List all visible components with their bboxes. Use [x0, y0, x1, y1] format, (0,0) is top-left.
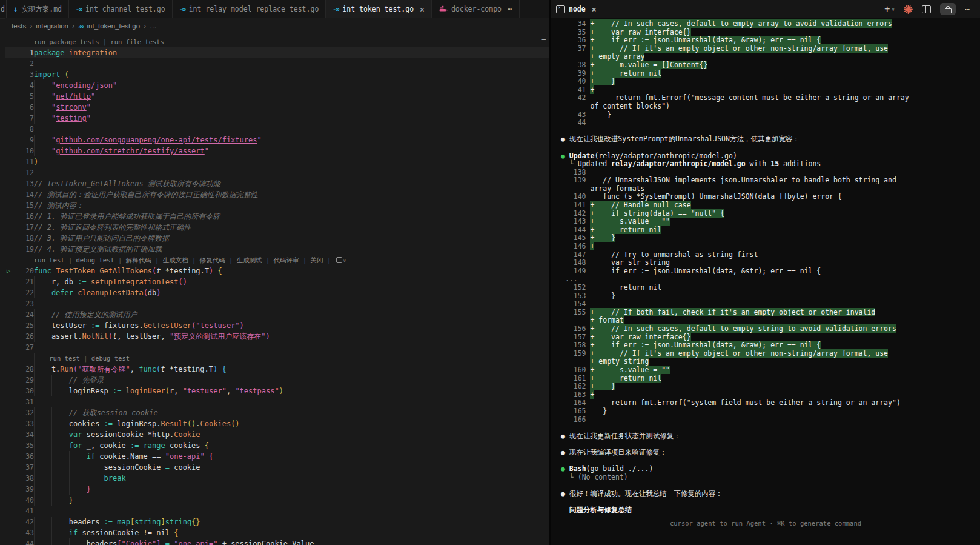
tab-terminal-node[interactable]: node × — [549, 0, 603, 18]
tab-int-channel-test[interactable]: -∞ int_channel_test.go — [69, 0, 173, 18]
codelens-action[interactable]: 代码评审 — [274, 256, 299, 264]
tab-docker-compose[interactable]: docker-compo ⋯ — [432, 0, 520, 18]
close-terminal-icon[interactable]: × — [592, 5, 597, 14]
codelens-row[interactable]: run package tests | run file tests — [5, 36, 549, 47]
code-line[interactable]: 22 defer cleanupTestData(db) — [5, 287, 549, 298]
run-test-icon[interactable]: ▷ — [7, 266, 10, 276]
gutter: 3 — [5, 69, 34, 80]
tab-overflow-sliver[interactable]: d — [0, 0, 7, 18]
tab-label: node — [569, 5, 586, 13]
code-line[interactable]: 23 — [5, 298, 549, 309]
code-line[interactable]: 44 headers["Cookie"] = "one-api=" + sess… — [5, 538, 549, 545]
terminal-line: 157 + var raw interface{} — [561, 333, 980, 342]
code-line[interactable]: 2 — [5, 58, 549, 69]
code-line[interactable]: 38 break — [5, 473, 549, 484]
close-tab-icon[interactable]: × — [420, 5, 425, 14]
line-number: 36 — [13, 451, 34, 462]
terminal-line: 35 + var raw interface{} — [561, 28, 980, 37]
codelens-action[interactable]: run test — [49, 355, 80, 362]
code-line[interactable]: 40 } — [5, 495, 549, 506]
code-line[interactable]: 11) — [5, 156, 549, 167]
code-line[interactable]: 25 testUser := fixtures.GetTestUser("tes… — [5, 320, 549, 331]
code-line[interactable]: 17// 2. 验证返回令牌列表的完整性和格式正确性 — [5, 222, 549, 233]
code-line[interactable]: 4 "encoding/json" — [5, 80, 549, 91]
codelens-row[interactable]: run test | debug test — [5, 353, 549, 364]
breadcrumb-item-integration[interactable]: integration — [36, 22, 68, 30]
terminal-line: ● 很好！编译成功。现在让我总结一下修复的内容： — [561, 490, 980, 498]
more-actions-icon[interactable]: ⋯ — [965, 5, 970, 14]
codelens-row[interactable]: run test | debug test | 解释代码 | 生成文档 | 修复… — [5, 255, 549, 266]
codelens-action[interactable]: run file tests — [110, 38, 164, 45]
code-line[interactable]: 29 // 先登录 — [5, 375, 549, 386]
line-number: 4 — [13, 80, 34, 91]
code-line[interactable]: 34 var sessionCookie *http.Cookie — [5, 429, 549, 440]
code-line[interactable]: 36 if cookie.Name == "one-api" { — [5, 451, 549, 462]
code-line[interactable]: ▷20func TestToken_GetAllTokens(t *testin… — [5, 266, 549, 276]
code-line[interactable]: 7 "testing" — [5, 113, 549, 124]
gutter: 34 — [5, 429, 34, 440]
chevron-down-icon[interactable]: ∨ — [343, 258, 346, 264]
code-line[interactable]: 26 assert.NotNil(t, testUser, "预定义的测试用户应… — [5, 331, 549, 342]
line-number: 8 — [13, 124, 34, 135]
code-line[interactable]: 3import ( — [5, 69, 549, 80]
code-line[interactable]: 12 — [5, 167, 549, 178]
code-line[interactable]: 9 "github.com/songquanpeng/one-api/tests… — [5, 135, 549, 145]
lock-toggle-button[interactable] — [940, 3, 956, 15]
code-line[interactable]: 24 // 使用预定义的测试用户 — [5, 309, 549, 320]
code-line[interactable]: 32 // 获取session cookie — [5, 407, 549, 418]
code-line[interactable]: 13// TestToken_GetAllTokens 测试获取所有令牌功能 — [5, 178, 549, 189]
line-number: 25 — [13, 320, 34, 331]
gutter: 6 — [5, 102, 34, 113]
codelens-action[interactable]: run package tests — [34, 38, 99, 45]
codelens-action[interactable]: debug test — [76, 256, 114, 264]
split-panel-icon[interactable] — [922, 5, 931, 13]
code-line[interactable]: 19// 4. 验证预定义测试数据的正确加载 — [5, 244, 549, 255]
code-line[interactable]: 41 — [5, 506, 549, 517]
tab-more-icon[interactable]: ⋯ — [508, 5, 512, 13]
code-line[interactable]: 10 "github.com/stretchr/testify/assert" — [5, 145, 549, 156]
code-line[interactable]: 5 "net/http" — [5, 91, 549, 102]
code-line[interactable]: 21 r, db := setupIntegrationTest() — [5, 276, 549, 287]
code-line[interactable]: 35 for _, cookie := range cookies { — [5, 440, 549, 451]
codelens-action[interactable]: 生成文档 — [163, 256, 188, 264]
codelens-extra-icon[interactable] — [336, 257, 342, 263]
code-line[interactable]: 28 t.Run("获取所有令牌", func(t *testing.T) { — [5, 364, 549, 375]
code-line[interactable]: 33 cookies := loginResp.Result().Cookies… — [5, 418, 549, 429]
code-line[interactable]: 8 — [5, 124, 549, 135]
code-line-content: // 先登录 — [34, 375, 549, 386]
terminal-line: 146 + — [561, 242, 980, 251]
tab-int-relay-model-replace-test[interactable]: -∞ int_relay_model_replace_test.go — [173, 0, 326, 18]
codelens-action[interactable]: debug test — [91, 355, 130, 362]
codelens-action[interactable]: run test — [34, 256, 65, 264]
codelens-action[interactable]: 生成测试 — [237, 256, 262, 264]
code-area[interactable]: run package tests | run file tests1packa… — [5, 34, 549, 545]
code-line[interactable]: 31 — [5, 396, 549, 407]
code-line[interactable]: 27 — [5, 342, 549, 353]
code-line[interactable]: 16// 1. 验证已登录用户能够成功获取属于自己的所有令牌 — [5, 211, 549, 222]
claude-agent-icon[interactable] — [904, 5, 913, 14]
tab-int-token-test[interactable]: -∞ int_token_test.go × — [326, 0, 432, 18]
gutter: 15 — [5, 200, 34, 211]
code-line[interactable]: 42 headers := map[string]string{} — [5, 517, 549, 527]
codelens-action[interactable]: 关闭 — [311, 256, 323, 264]
breadcrumb-item-symbol[interactable]: … — [150, 22, 157, 30]
breadcrumb-item-file[interactable]: int_token_test.go — [87, 22, 140, 30]
codelens-action[interactable]: 解释代码 — [126, 256, 151, 264]
code-line[interactable]: 14// 测试目的：验证用户获取自己所有令牌的接口正确性和数据完整性 — [5, 189, 549, 200]
new-terminal-button[interactable]: ▷ + ∨ — [884, 4, 895, 15]
gutter — [5, 255, 34, 266]
codelens-action[interactable]: 修复代码 — [200, 256, 225, 264]
tab-shixianfangan-md[interactable]: ↓ 实现方案.md — [7, 0, 69, 18]
code-line[interactable]: 43 if sessionCookie != nil { — [5, 527, 549, 538]
code-line[interactable]: 6 "strconv" — [5, 102, 549, 113]
code-line[interactable]: 30 loginResp := loginUser(r, "testuser",… — [5, 386, 549, 396]
terminal-panel[interactable]: 34 + // In such cases, default to empty … — [551, 18, 980, 545]
code-line[interactable]: 15// 测试内容： — [5, 200, 549, 211]
code-line[interactable]: 39 } — [5, 484, 549, 495]
code-line[interactable]: 18// 3. 验证用户只能访问自己的令牌数据 — [5, 233, 549, 244]
breadcrumb-item-tests[interactable]: tests — [12, 22, 26, 30]
code-line[interactable]: 37 sessionCookie = cookie — [5, 462, 549, 473]
line-number: 43 — [13, 527, 34, 538]
terminal-line: 43 } — [561, 111, 980, 119]
code-line[interactable]: 1package integration — [5, 47, 549, 58]
